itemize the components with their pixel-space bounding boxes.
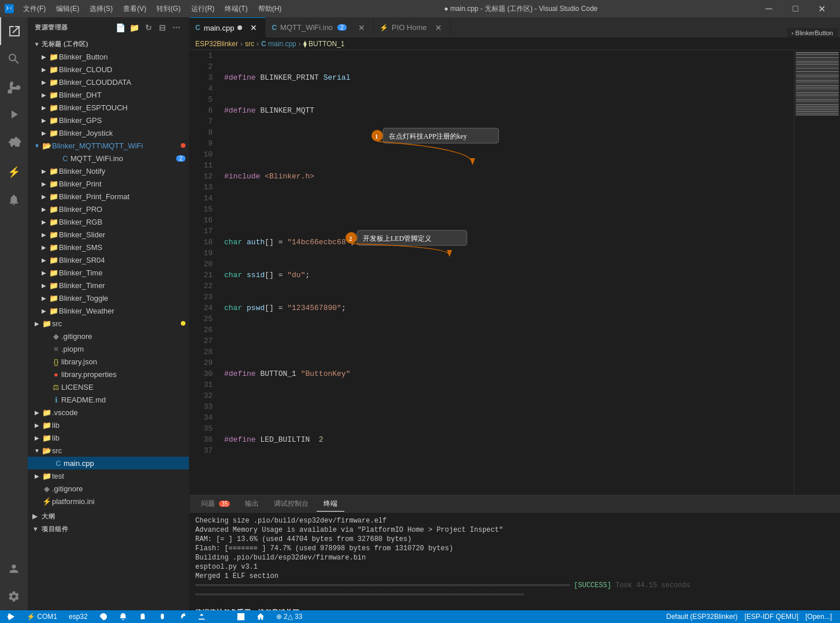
status-trash[interactable] [136, 610, 149, 623]
tree-item-blinker-weather[interactable]: ▶ 📁 Blinker_Weather [28, 304, 189, 317]
menu-goto[interactable]: 转到(G) [152, 3, 185, 15]
refresh-icon[interactable]: ↻ [143, 22, 154, 33]
tab-close-button[interactable]: ✕ [248, 22, 259, 33]
collapse-icon[interactable]: ⊟ [157, 22, 168, 33]
activity-extensions[interactable] [0, 128, 28, 156]
tree-item-blinker-print[interactable]: ▶ 📁 Blinker_Print [28, 177, 189, 190]
status-sync[interactable] [97, 610, 110, 623]
tab-pio-home[interactable]: ⚡ PIO Home ✕ [374, 17, 451, 38]
tree-item-gitignore-outer[interactable]: ◆ .gitignore [28, 482, 189, 495]
status-errors[interactable]: ⊕ 2△ 33 [274, 610, 305, 623]
tab-mqtt-wifi[interactable]: C MQTT_WiFi.ino 2 ✕ [266, 17, 374, 38]
tree-item-blinker-joystick[interactable]: ▶ 📁 Blinker_Joystick [28, 126, 189, 139]
tree-item-blinker-sms[interactable]: ▶ 📁 Blinker_SMS [28, 241, 189, 253]
code-content[interactable]: 1 2 3 4 5 6 7 8 9 10 11 12 13 14 [189, 50, 794, 495]
menu-file[interactable]: 文件(F) [18, 3, 50, 15]
status-default-board[interactable]: Default (ESP32Blinker) [663, 610, 741, 623]
status-com1[interactable]: ⚡ COM1 [24, 610, 60, 623]
activity-search[interactable] [0, 45, 28, 73]
tree-item-blinker-gps[interactable]: ▶ 📁 Blinker_GPS [28, 114, 189, 126]
activity-notifications[interactable] [0, 186, 28, 214]
breadcrumb-src[interactable]: src [245, 40, 254, 48]
menu-help[interactable]: 帮助(H) [254, 3, 287, 15]
activity-explorer[interactable] [0, 17, 28, 45]
minimize-button[interactable]: ─ [756, 0, 782, 17]
tree-item-gitignore-inner[interactable]: ◆ .gitignore [28, 330, 189, 342]
status-board[interactable]: esp32 [66, 610, 90, 623]
terminal-content[interactable]: Checking size .pio/build/esp32dev/firmwa… [189, 513, 840, 610]
activity-platformio[interactable]: ⚡ [0, 158, 28, 186]
menu-run[interactable]: 运行(R) [187, 3, 220, 15]
menu-terminal[interactable]: 终端(T) [220, 3, 252, 15]
section-outline[interactable]: ▶ 大纲 [28, 510, 189, 523]
tab-terminal[interactable]: 终端 [317, 497, 344, 512]
tab-debug-console[interactable]: 调试控制台 [267, 497, 315, 511]
tree-item-test[interactable]: ▶ 📁 test [28, 469, 189, 482]
tree-item-main-cpp[interactable]: C main.cpp [28, 457, 189, 469]
status-build[interactable] [176, 610, 188, 623]
status-esp-idf[interactable]: [ESP-IDF QEMU] [741, 610, 802, 623]
tree-item-blinker-print-format[interactable]: ▶ 📁 Blinker_Print_Format [28, 190, 189, 203]
tree-item-blinker-time[interactable]: ▶ 📁 Blinker_Time [28, 266, 189, 279]
tree-item-lib[interactable]: ▶ 📁 lib [28, 431, 189, 444]
arrow-icon: ▼ [32, 141, 42, 150]
tree-item-src-inner[interactable]: ▶ 📁 src [28, 317, 189, 330]
status-upload[interactable] [195, 610, 208, 623]
section-project-components[interactable]: ▼ 项目组件 [28, 523, 189, 535]
tree-item-piopm[interactable]: ≡ .piopm [28, 342, 189, 355]
menu-edit[interactable]: 编辑(E) [51, 3, 84, 15]
activity-scm[interactable] [0, 73, 28, 100]
tree-item-blinker-slider[interactable]: ▶ 📁 Blinker_Slider [28, 228, 189, 241]
status-terminal-icon[interactable] [235, 610, 247, 623]
menu-view[interactable]: 查看(V) [118, 3, 151, 15]
status-bell[interactable] [117, 610, 129, 623]
tree-item-blinker-sr04[interactable]: ▶ 📁 Blinker_SR04 [28, 253, 189, 266]
arrow-icon: ▶ [39, 103, 49, 112]
more-actions-icon[interactable]: ⋯ [170, 22, 182, 33]
status-open[interactable]: [Open...] [802, 610, 835, 623]
new-folder-icon[interactable]: 📁 [129, 22, 140, 33]
tab-output[interactable]: 输出 [238, 497, 266, 511]
tab-problems[interactable]: 问题 35 [194, 497, 237, 511]
maximize-button[interactable]: □ [782, 0, 809, 17]
tree-item-include[interactable]: ▶ 📁 lib [28, 419, 189, 431]
status-home[interactable] [254, 610, 267, 623]
tree-item-blinker-toggle[interactable]: ▶ 📁 Blinker_Toggle [28, 292, 189, 304]
tree-item-mqtt-wifi-ino[interactable]: C MQTT_WiFi.ino 2 [28, 152, 189, 165]
tree-item-blinker-dht[interactable]: ▶ 📁 Blinker_DHT [28, 88, 189, 101]
status-bug[interactable] [156, 610, 169, 623]
breadcrumb-main-cpp[interactable]: C main.cpp [261, 40, 296, 48]
tree-item-blinker-rgb[interactable]: ▶ 📁 Blinker_RGB [28, 215, 189, 228]
tree-item-library-json[interactable]: {} library.json [28, 355, 189, 368]
tree-item-blinker-esptouch[interactable]: ▶ 📁 Blinker_ESPTOUCH [28, 101, 189, 114]
workspace-root[interactable]: ▼ 无标题 (工作区) [28, 38, 189, 50]
minimap-line [796, 100, 839, 102]
tree-item-platformio-ini[interactable]: ⚡ platformio.ini [28, 495, 189, 508]
tree-item-license[interactable]: ⚖ LICENSE [28, 380, 189, 393]
new-file-icon[interactable]: 📄 [115, 22, 127, 33]
tree-item-vscode[interactable]: ▶ 📁 .vscode [28, 406, 189, 419]
tree-item-blinker-pro[interactable]: ▶ 📁 Blinker_PRO [28, 203, 189, 215]
tree-item-blinker-button[interactable]: ▶ 📁 Blinker_Button [28, 50, 189, 63]
status-remote[interactable] [5, 610, 17, 623]
breadcrumb-button1[interactable]: ⧫ BUTTON_1 [303, 40, 345, 48]
tree-item-blinker-mqtt[interactable]: ▼ 📂 Blinker_MQTT\MQTT_WiFi [28, 139, 189, 152]
tree-item-blinker-notify[interactable]: ▶ 📁 Blinker_Notify [28, 165, 189, 177]
tree-item-blinker-timer[interactable]: ▶ 📁 Blinker_Timer [28, 279, 189, 292]
tree-item-blinker-cloud[interactable]: ▶ 📁 Blinker_CLOUD [28, 63, 189, 76]
activity-account[interactable] [0, 555, 28, 583]
tab-close-button[interactable]: ✕ [356, 22, 367, 33]
tree-item-readme[interactable]: ℹ README.md [28, 393, 189, 406]
close-button[interactable]: ✕ [809, 0, 835, 17]
blinker-button-tab[interactable]: › BlinkerButton [786, 28, 838, 38]
tree-item-blinker-clouddata[interactable]: ▶ 📁 Blinker_CLOUDDATA [28, 76, 189, 88]
tree-item-library-properties[interactable]: ● library.properties [28, 368, 189, 380]
status-serial[interactable] [215, 610, 228, 623]
tab-main-cpp[interactable]: C main.cpp ✕ [189, 17, 266, 38]
activity-debug[interactable] [0, 100, 28, 128]
tree-item-src-outer[interactable]: ▼ 📂 src [28, 444, 189, 457]
breadcrumb-esp32blinker[interactable]: ESP32Blinker [195, 40, 238, 48]
tab-close-button[interactable]: ✕ [433, 22, 444, 33]
menu-select[interactable]: 选择(S) [85, 3, 117, 15]
activity-settings[interactable] [0, 583, 28, 610]
